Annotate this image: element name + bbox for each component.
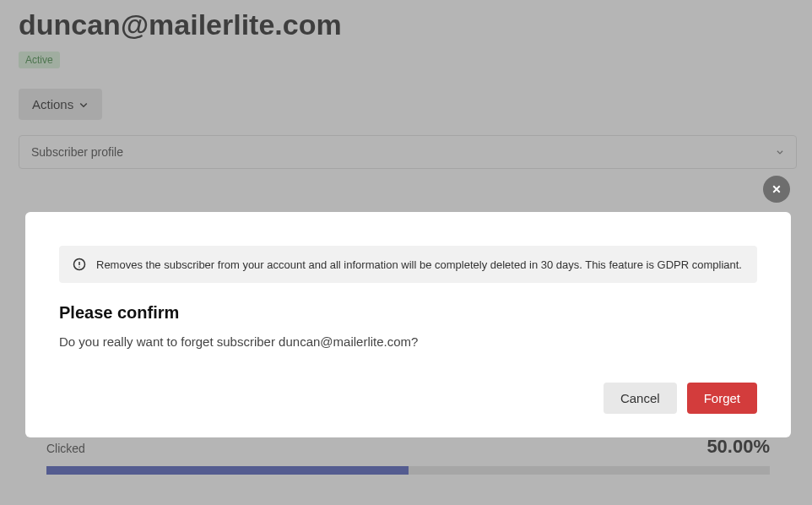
forget-button[interactable]: Forget <box>687 383 757 414</box>
svg-point-2 <box>78 267 79 268</box>
info-icon <box>73 258 86 271</box>
modal-title: Please confirm <box>59 303 757 323</box>
info-banner: Removes the subscriber from your account… <box>59 246 757 283</box>
cancel-button[interactable]: Cancel <box>604 383 677 414</box>
confirm-modal: Removes the subscriber from your account… <box>25 212 791 437</box>
close-button[interactable] <box>763 176 790 203</box>
info-text: Removes the subscriber from your account… <box>96 258 742 271</box>
modal-body: Do you really want to forget subscriber … <box>59 334 757 349</box>
close-icon <box>771 184 782 194</box>
modal-footer: Cancel Forget <box>59 383 757 414</box>
